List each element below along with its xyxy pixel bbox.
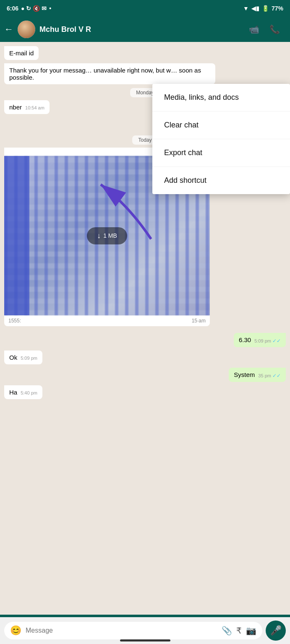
download-icon: ↓ [97, 231, 101, 240]
message-text: System [234, 371, 255, 378]
download-label: 1 MB [103, 232, 117, 239]
home-indicator [120, 639, 170, 641]
download-button[interactable]: ↓ 1 MB [87, 227, 127, 244]
menu-item-add-shortcut[interactable]: Add shortcut [152, 167, 290, 194]
table-row: Ok 5:09 pm [4, 351, 286, 364]
chat-header: ← Mchu Brol V R 📹 📞 [0, 17, 290, 42]
menu-item-clear-chat[interactable]: Clear chat [152, 112, 290, 139]
menu-item-media[interactable]: Media, links, and docs [152, 84, 290, 112]
message-bubble: Ha 5:40 pm [4, 385, 42, 399]
table-row: Ha 5:40 pm [4, 385, 286, 399]
message-text: Ha [9, 389, 17, 396]
rupee-icon[interactable]: ₹ [236, 626, 242, 636]
status-left: 6:06 ● ↻ 🔇 ✉ • [7, 5, 51, 12]
wifi-icon: ▼ [243, 5, 249, 12]
menu-item-export-chat[interactable]: Export chat [152, 139, 290, 167]
message-time: 5:40 pm [21, 390, 37, 395]
message-bubble: 6.30 5:09 pm ✓✓ [234, 333, 286, 347]
voice-message-button[interactable]: 🎤 [266, 621, 286, 641]
emoji-icon[interactable]: 😊 [10, 625, 21, 636]
dot: • [49, 5, 51, 12]
camera-icon[interactable]: 📷 [246, 626, 256, 636]
contact-avatar[interactable] [18, 21, 35, 38]
context-menu: Media, links, and docs Clear chat Export… [152, 84, 290, 194]
message-text: Ok [9, 354, 17, 361]
message-input-container: 😊 📎 ₹ 📷 [4, 622, 262, 639]
menu-item-label: Clear chat [164, 121, 199, 129]
signal-icons: ● ↻ 🔇 ✉ [21, 5, 47, 12]
status-bar: 6:06 ● ↻ 🔇 ✉ • ▼ ◀▮ 🔋 77% [0, 0, 290, 17]
battery-icon: 🔋 [262, 5, 269, 12]
img-caption: 1555: 15·am [4, 315, 210, 326]
back-button[interactable]: ← [4, 24, 13, 35]
message-text: E-mail id [9, 49, 34, 57]
message-bubble: System 35 pm ✓✓ [229, 368, 286, 382]
table-row: Thank you for your messag… unavailable r… [4, 63, 286, 84]
caption-right: 15·am [192, 318, 206, 324]
mic-icon: 🎤 [270, 625, 282, 636]
read-ticks: ✓✓ [272, 373, 281, 379]
menu-item-label: Export chat [164, 148, 202, 157]
attach-icon[interactable]: 📎 [222, 626, 232, 636]
read-ticks: ✓✓ [272, 338, 281, 344]
time: 6:06 [7, 5, 18, 12]
message-bubble: nber 10:54 am [4, 100, 50, 114]
call-icon[interactable]: 📞 [269, 24, 280, 34]
message-bubble: E-mail id [4, 46, 39, 60]
message-time: 5:09 pm [21, 356, 37, 361]
signal-icon: ◀▮ [251, 5, 259, 12]
message-text: nber [9, 104, 22, 111]
menu-item-label: Media, links, and docs [164, 93, 239, 101]
message-text: Thank you for your messag… unavailable r… [9, 67, 201, 81]
table-row: E-mail id [4, 46, 286, 60]
menu-item-label: Add shortcut [164, 176, 206, 184]
chat-area: E-mail id Thank you for your messag… una… [0, 42, 290, 615]
table-row: System 35 pm ✓✓ [4, 368, 286, 382]
battery-pct: 77% [272, 5, 283, 12]
message-bubble: Thank you for your messag… unavailable r… [4, 63, 215, 84]
message-time: 10:54 am [25, 105, 44, 110]
caption-left: 1555: [8, 318, 21, 324]
status-right: ▼ ◀▮ 🔋 77% [243, 5, 283, 12]
contact-name[interactable]: Mchu Brol V R [39, 25, 245, 34]
video-call-icon[interactable]: 📹 [249, 24, 259, 34]
message-time: 5:09 pm ✓✓ [254, 338, 281, 344]
message-time: 35 pm ✓✓ [258, 373, 281, 379]
table-row: 6.30 5:09 pm ✓✓ [4, 333, 286, 347]
message-bubble: Ok 5:09 pm [4, 351, 42, 364]
message-text: 6.30 [239, 336, 251, 343]
message-input[interactable] [26, 627, 217, 634]
